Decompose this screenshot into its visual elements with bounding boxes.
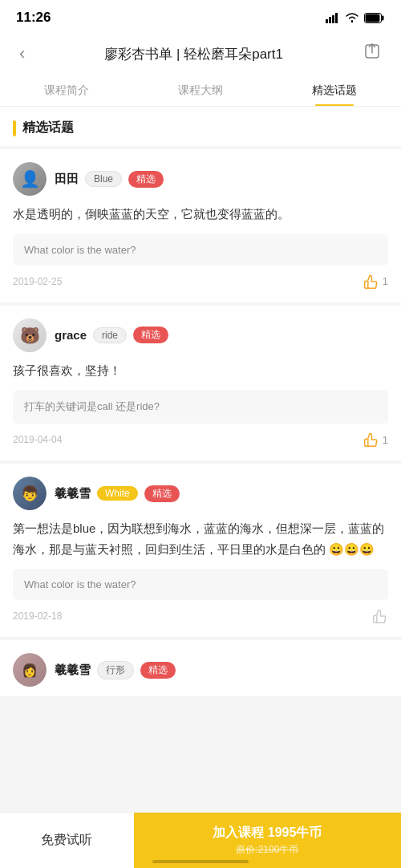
content-area: 精选话题 田田 Blue 精选 水是透明的，倒映蓝蓝的天空，它就也变得蓝蓝的。 … [0, 107, 401, 829]
badge-4: 精选 [140, 662, 176, 679]
nav-header: ‹ 廖彩杏书单 | 轻松磨耳朵part1 [0, 32, 401, 75]
comment-question-2: 打车的关键词是call 还是ride? [13, 390, 388, 424]
comment-date-1: 2019-02-25 [13, 276, 62, 287]
username-2: grace [55, 328, 87, 342]
badge-1: 精选 [128, 171, 164, 188]
avatar-img-4: 👩 [13, 653, 47, 687]
username-4: 羲羲雪 [55, 663, 91, 678]
battery-icon [364, 13, 385, 23]
user-info-4: 羲羲雪 行形 精选 [55, 661, 176, 679]
svg-rect-1 [329, 17, 331, 23]
page-title: 廖彩杏书单 | 轻松磨耳朵part1 [31, 45, 356, 63]
badge-2: 精选 [133, 327, 168, 343]
svg-rect-3 [335, 13, 338, 23]
home-indicator [152, 860, 249, 863]
avatar-img-1 [13, 162, 47, 196]
user-info-2: grace ride 精选 [55, 327, 168, 343]
join-course-label: 加入课程 1995牛币 [213, 825, 322, 842]
comment-header-3: 👦 羲羲雪 White 精选 [13, 477, 388, 510]
tab-outline[interactable]: 课程大纲 [134, 75, 268, 106]
comment-header-4: 👩 羲羲雪 行形 精选 [13, 653, 388, 687]
section-title: 精选话题 [22, 120, 74, 136]
avatar-img-2: 🐻 [13, 318, 47, 352]
tag-2: ride [93, 327, 127, 343]
comment-card-4: 👩 羲羲雪 行形 精选 [0, 640, 401, 696]
share-button[interactable] [356, 39, 388, 69]
original-price-label: 原价:2100牛币 [236, 843, 298, 857]
svg-rect-2 [332, 15, 334, 23]
like-button-1[interactable]: 1 [363, 274, 388, 290]
avatar-4: 👩 [13, 653, 47, 687]
share-icon [363, 42, 382, 61]
comment-card-1: 田田 Blue 精选 水是透明的，倒映蓝蓝的天空，它就也变得蓝蓝的。 What … [0, 149, 401, 302]
like-count-1: 1 [383, 275, 388, 287]
avatar-img-3: 👦 [13, 477, 47, 510]
avatar-2: 🐻 [13, 318, 47, 352]
comment-date-2: 2019-04-04 [13, 434, 62, 445]
tab-topics[interactable]: 精选话题 [267, 75, 401, 106]
comment-question-3: What color is the water? [13, 569, 388, 600]
svg-rect-7 [366, 14, 380, 22]
like-count-2: 1 [383, 434, 388, 446]
signal-icon [326, 13, 340, 23]
comment-card-3: 👦 羲羲雪 White 精选 第一想法是blue，因为联想到海水，蓝蓝的海水，但… [0, 464, 401, 637]
back-button[interactable]: ‹ [13, 40, 31, 67]
svg-point-4 [351, 21, 353, 22]
free-trial-button[interactable]: 免费试听 [0, 813, 134, 868]
thumb-up-icon-3 [372, 608, 388, 624]
free-trial-label: 免费试听 [41, 832, 92, 849]
tag-3: White [97, 486, 138, 501]
section-bar-decoration [13, 120, 16, 136]
comment-header-1: 田田 Blue 精选 [13, 162, 388, 196]
svg-rect-6 [382, 15, 384, 20]
status-icons [326, 12, 385, 23]
comment-header-2: 🐻 grace ride 精选 [13, 318, 388, 352]
comment-footer-1: 2019-02-25 1 [13, 274, 388, 290]
tag-4: 行形 [97, 661, 134, 679]
status-time: 11:26 [16, 10, 51, 26]
status-bar: 11:26 [0, 0, 401, 32]
comment-question-1: What color is the water? [13, 234, 388, 266]
comment-body-3: 第一想法是blue，因为联想到海水，蓝蓝的海水，但想深一层，蓝蓝的海水，那是与蓝… [13, 518, 388, 559]
user-info-3: 羲羲雪 White 精选 [55, 485, 180, 502]
avatar-1 [13, 162, 47, 196]
avatar-3: 👦 [13, 477, 47, 510]
svg-rect-0 [326, 19, 328, 23]
badge-3: 精选 [144, 485, 180, 502]
comment-footer-2: 2019-04-04 1 [13, 432, 388, 448]
username-3: 羲羲雪 [55, 486, 91, 501]
comment-card-2: 🐻 grace ride 精选 孩子很喜欢，坚持！ 打车的关键词是call 还是… [0, 306, 401, 461]
section-header: 精选话题 [0, 107, 401, 146]
comment-footer-3: 2019-02-18 [13, 608, 388, 624]
username-1: 田田 [55, 172, 79, 187]
like-button-2[interactable]: 1 [363, 432, 388, 448]
comment-date-3: 2019-02-18 [13, 610, 62, 622]
comment-body-2: 孩子很喜欢，坚持！ [13, 360, 388, 381]
thumb-up-icon-1 [363, 274, 379, 290]
like-button-3[interactable] [372, 608, 388, 624]
tab-intro[interactable]: 课程简介 [0, 75, 134, 106]
tabs-bar: 课程简介 课程大纲 精选话题 [0, 75, 401, 107]
wifi-icon [345, 12, 359, 23]
tag-1: Blue [85, 171, 122, 187]
comment-body-1: 水是透明的，倒映蓝蓝的天空，它就也变得蓝蓝的。 [13, 204, 388, 225]
thumb-up-icon-2 [363, 432, 379, 448]
user-info-1: 田田 Blue 精选 [55, 171, 164, 188]
